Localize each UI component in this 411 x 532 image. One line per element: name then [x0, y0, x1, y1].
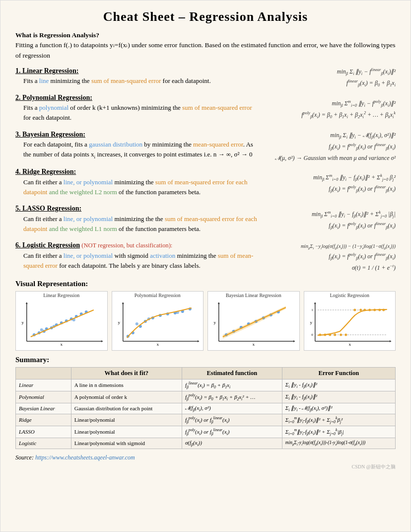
log-kw1: line, or polynomial — [64, 252, 113, 259]
bayes-formula-2: fβ(xi) = fpolyβ(xi) or flinearβ(xi) — [329, 142, 396, 153]
bayesian-formula: minβ Σi ‖yi − 𝒩(fβ(xi), σ²)‖² fβ(xi) = f… — [259, 129, 396, 165]
row-logistic-fit: Linear/polynomial with sigmoid — [71, 438, 182, 449]
visual-header: Visual Representation: — [15, 280, 396, 288]
table-row: Polynomial A polynomial of order k fβpol… — [16, 391, 396, 403]
svg-point-70 — [353, 308, 356, 311]
row-bayes-func: 𝒩(fβ(xi), σ²) — [182, 403, 282, 414]
row-linear-error: Σi ‖yi - fβ(xi)‖² — [282, 379, 395, 391]
source-line: Source: https://www.cheatsheets.aqeel-an… — [15, 454, 396, 461]
chart-linear-title: Linear Regression — [16, 292, 107, 299]
ridge-formula-1: minβ Σmi=0 ‖yi − fβ(xi)‖² + Σkj=0 βj² — [313, 172, 396, 184]
item-logistic: 6. Logistic Regression (NOT regression, … — [15, 240, 259, 271]
ridge-formula: minβ Σmi=0 ‖yi − fβ(xi)‖² + Σkj=0 βj² fβ… — [259, 166, 396, 201]
logistic-formula-2: fβ(xi) = fpolyβ(xi) or flinearβ(xi) — [329, 251, 396, 263]
svg-text:x: x — [61, 342, 63, 346]
section-poly-text: 2. Polynomial Regression: Fits a polynom… — [15, 92, 259, 127]
svg-point-40 — [135, 322, 138, 325]
linear-formula: minβ Σi ‖yi − flinearβ(xi)‖² flinearβ(xi… — [259, 66, 396, 90]
section-bayes-text: 3. Bayesian Regression: For each datapoi… — [15, 129, 259, 165]
ridge-kw3: and the weighted L2 norm — [49, 188, 117, 196]
table-row: Ridge Linear/polynomial fβpoly(xi) or fβ… — [16, 414, 396, 426]
ridge-kw1: line, or polynomial — [64, 178, 113, 186]
intro-section: What is Regression Analysis? Fitting a f… — [15, 30, 396, 61]
summary-header: Summary: — [15, 356, 396, 364]
lasso-formula-2: fβ(xi) = fpolyβ(xi) or flinearβ(xi) — [329, 221, 396, 232]
row-logistic-func: σ(fβ(xi)) — [182, 438, 282, 449]
ridge-body: Can fit either a line, or polynomial min… — [23, 177, 259, 197]
bayesian-header: 3. Bayesian Regression: — [15, 131, 85, 138]
section-ridge-text: 4. Ridge Regression: Can fit either a li… — [15, 166, 259, 201]
linear-formula-1: minβ Σi ‖yi − flinearβ(xi)‖² — [337, 67, 396, 78]
linear-body: Fits a line minimizing the sum of mean-s… — [23, 76, 259, 86]
lasso-kw3: and the weighted L1 norm — [49, 225, 117, 232]
intro-bold: What is Regression Analysis? — [15, 31, 99, 39]
col-header-fit: What does it fit? — [71, 367, 182, 379]
section-linear: 1. Linear Regression: Fits a line minimi… — [15, 66, 396, 90]
linear-header: 1. Linear Regression: — [15, 67, 78, 75]
table-row: Bayesian Linear Gaussian distribution fo… — [16, 403, 396, 414]
poly-body: Fits a polynomial of order k (k+1 unknow… — [23, 103, 259, 123]
log-kw2: activation — [150, 252, 175, 259]
bayes-kw1: gaussian distribution — [89, 141, 142, 148]
charts-row: Linear Regression x y — [15, 291, 396, 351]
linear-formula-2: flinearβ(xi) = β0 + β1xi — [346, 78, 396, 89]
page-title: Cheat Sheet – Regression Analysis — [15, 9, 396, 24]
svg-text:y: y — [310, 320, 312, 325]
row-lasso-name: LASSO — [16, 426, 71, 438]
chart-bayesian-svg: x y — [208, 299, 299, 346]
summary-section: Summary: What does it fit? Estimated fun… — [15, 356, 396, 449]
poly-formula-2: fpolyβ(xi) = β0 + β1xi + β2xi2 + … + βkx… — [301, 110, 396, 121]
chart-poly-svg: x y — [112, 299, 204, 346]
svg-rect-23 — [113, 299, 202, 346]
chart-poly: Polynomial Regression x y — [112, 291, 204, 351]
watermark-text: CSDN @新钮中之脑 — [352, 464, 396, 469]
row-logistic-name: Logistic — [16, 438, 71, 449]
source-label: Source: — [15, 454, 35, 461]
ridge-formula-2: fβ(xi) = fpolyβ(xi) or flinearβ(xi) — [329, 184, 396, 195]
lasso-body: Can fit either a line, or polynomial min… — [23, 214, 259, 234]
row-ridge-error: Σi=0m‖yi-fβ(xi)‖² + Σj=0kβj² — [282, 414, 395, 426]
logistic-note: (NOT regression, but classification): — [81, 242, 172, 249]
section-bayesian: 3. Bayesian Regression: For each datapoi… — [15, 129, 396, 165]
item-bayesian: 3. Bayesian Regression: For each datapoi… — [15, 129, 259, 161]
source-url[interactable]: https://www.cheatsheets.aqeel-anwar.com — [35, 454, 135, 461]
row-bayes-name: Bayesian Linear — [16, 403, 71, 414]
col-header-func: Estimated function — [182, 367, 282, 379]
bayesian-body: For each datapoint, fits a gaussian dist… — [23, 140, 259, 160]
item-poly: 2. Polynomial Regression: Fits a polynom… — [15, 92, 259, 123]
chart-logistic: Logistic Regression x y 1 0 — [304, 291, 396, 351]
row-lasso-error: Σi=0m‖yi-fβ(xi)‖² + Σj=0k|βj| — [282, 426, 395, 438]
section-lasso-text: 5. LASSO Regression: Can fit either a li… — [15, 203, 259, 238]
col-header-name — [16, 367, 71, 379]
row-ridge-name: Ridge — [16, 414, 71, 426]
section-lasso: 5. LASSO Regression: Can fit either a li… — [15, 203, 396, 238]
row-ridge-func: fβpoly(xi) or fβlinear(xi) — [182, 414, 282, 426]
row-poly-name: Polynomial — [16, 391, 71, 403]
linear-keyword-line: line — [39, 77, 49, 84]
row-poly-fit: A polynomial of order k — [71, 391, 182, 403]
svg-text:y: y — [22, 320, 24, 325]
poly-formula: minβ Σmi=0 ‖yi − fpolyβ(xi)‖² fpolyβ(xi)… — [259, 92, 396, 127]
chart-logistic-title: Logistic Regression — [304, 292, 396, 299]
poly-header: 2. Polynomial Regression: — [15, 94, 92, 101]
ridge-header: 4. Ridge Regression: — [15, 168, 76, 175]
logistic-header: 6. Logistic Regression — [15, 241, 80, 249]
lasso-kw1: line, or polynomial — [64, 215, 113, 223]
page: Cheat Sheet – Regression Analysis What i… — [0, 0, 411, 532]
linear-keyword-error: sum of mean-squared error — [91, 77, 161, 84]
chart-bayesian: Bayesian Linear Regression x y — [207, 291, 300, 351]
chart-poly-title: Polynomial Regression — [112, 292, 204, 299]
row-logistic-error: minβΣi-yilog(σ(fβ(xi)))-(1-yi)log(1-σ(fβ… — [282, 438, 395, 449]
chart-logistic-svg: x y 1 0 — [304, 299, 396, 346]
row-bayes-fit: Gaussian distribution for each point — [71, 403, 182, 414]
bayes-formula-1: minβ Σi ‖yi − 𝒩(fβ(xi), σ²)‖² — [330, 130, 396, 142]
svg-rect-59 — [305, 299, 394, 346]
svg-point-80 — [334, 333, 336, 336]
row-bayes-error: Σi ‖yi - 𝒩(fβ(xi), σ²)‖² — [282, 403, 395, 414]
visual-section: Visual Representation: Linear Regression… — [15, 280, 396, 351]
log-kw3: sum of mean-squared error — [23, 252, 253, 269]
row-poly-func: fβpoly(xi) = β0 + β1xi + β2xi² + … — [182, 391, 282, 403]
svg-text:0: 0 — [311, 333, 313, 337]
intro-text: Fitting a function f(.) to datapoints yᵢ… — [15, 41, 396, 59]
svg-text:y: y — [214, 320, 216, 325]
